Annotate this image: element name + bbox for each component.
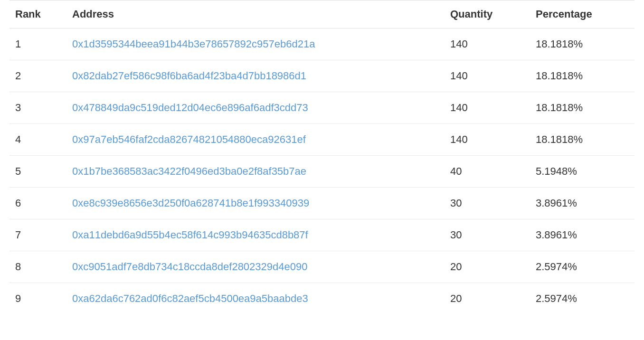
table-row: 2 0x82dab27ef586c98f6ba6ad4f23ba4d7bb189… [9,60,635,92]
table-row: 6 0xe8c939e8656e3d250f0a628741b8e1f99334… [9,188,635,219]
cell-address: 0x478849da9c519ded12d04ec6e896af6adf3cdd… [66,92,445,124]
cell-percentage: 3.8961% [530,188,635,219]
cell-percentage: 5.1948% [530,156,635,188]
header-percentage: Percentage [530,0,635,28]
address-link[interactable]: 0x1b7be368583ac3422f0496ed3ba0e2f8af35b7… [72,165,306,177]
address-link[interactable]: 0xe8c939e8656e3d250f0a628741b8e1f9933409… [72,197,309,209]
cell-rank: 1 [9,28,66,60]
cell-quantity: 140 [445,28,530,60]
cell-address: 0xa11debd6a9d55b4ec58f614c993b94635cd8b8… [66,219,445,251]
cell-rank: 6 [9,188,66,219]
cell-address: 0x1d3595344beea91b44b3e78657892c957eb6d2… [66,28,445,60]
cell-quantity: 30 [445,219,530,251]
table-row: 7 0xa11debd6a9d55b4ec58f614c993b94635cd8… [9,219,635,251]
address-link[interactable]: 0x82dab27ef586c98f6ba6ad4f23ba4d7bb18986… [72,70,306,82]
table-row: 9 0xa62da6c762ad0f6c82aef5cb4500ea9a5baa… [9,283,635,315]
cell-quantity: 20 [445,251,530,283]
address-link[interactable]: 0xc9051adf7e8db734c18ccda8def2802329d4e0… [72,261,307,273]
cell-rank: 3 [9,92,66,124]
cell-rank: 2 [9,60,66,92]
cell-rank: 8 [9,251,66,283]
cell-quantity: 20 [445,283,530,315]
cell-address: 0xc9051adf7e8db734c18ccda8def2802329d4e0… [66,251,445,283]
cell-rank: 4 [9,124,66,156]
cell-rank: 5 [9,156,66,188]
cell-percentage: 3.8961% [530,219,635,251]
cell-rank: 7 [9,219,66,251]
address-link[interactable]: 0xa11debd6a9d55b4ec58f614c993b94635cd8b8… [72,229,308,241]
cell-quantity: 140 [445,124,530,156]
cell-address: 0x82dab27ef586c98f6ba6ad4f23ba4d7bb18986… [66,60,445,92]
header-rank: Rank [9,0,66,28]
cell-quantity: 30 [445,188,530,219]
address-link[interactable]: 0x478849da9c519ded12d04ec6e896af6adf3cdd… [72,102,308,113]
address-link[interactable]: 0x1d3595344beea91b44b3e78657892c957eb6d2… [72,38,315,50]
table-row: 3 0x478849da9c519ded12d04ec6e896af6adf3c… [9,92,635,124]
cell-quantity: 140 [445,60,530,92]
header-address: Address [66,0,445,28]
table-row: 5 0x1b7be368583ac3422f0496ed3ba0e2f8af35… [9,156,635,188]
cell-quantity: 40 [445,156,530,188]
table-row: 1 0x1d3595344beea91b44b3e78657892c957eb6… [9,28,635,60]
address-link[interactable]: 0x97a7eb546faf2cda82674821054880eca92631… [72,133,306,145]
address-link[interactable]: 0xa62da6c762ad0f6c82aef5cb4500ea9a5baabd… [72,293,308,304]
cell-address: 0x97a7eb546faf2cda82674821054880eca92631… [66,124,445,156]
cell-percentage: 2.5974% [530,251,635,283]
table-row: 4 0x97a7eb546faf2cda82674821054880eca926… [9,124,635,156]
cell-rank: 9 [9,283,66,315]
cell-percentage: 18.1818% [530,92,635,124]
cell-address: 0x1b7be368583ac3422f0496ed3ba0e2f8af35b7… [66,156,445,188]
cell-quantity: 140 [445,92,530,124]
cell-address: 0xa62da6c762ad0f6c82aef5cb4500ea9a5baabd… [66,283,445,315]
cell-percentage: 18.1818% [530,60,635,92]
holders-table: Rank Address Quantity Percentage 1 0x1d3… [9,0,635,314]
cell-percentage: 2.5974% [530,283,635,315]
table-header-row: Rank Address Quantity Percentage [9,0,635,28]
table-row: 8 0xc9051adf7e8db734c18ccda8def2802329d4… [9,251,635,283]
header-quantity: Quantity [445,0,530,28]
cell-percentage: 18.1818% [530,28,635,60]
table-body: 1 0x1d3595344beea91b44b3e78657892c957eb6… [9,28,635,315]
cell-percentage: 18.1818% [530,124,635,156]
cell-address: 0xe8c939e8656e3d250f0a628741b8e1f9933409… [66,188,445,219]
